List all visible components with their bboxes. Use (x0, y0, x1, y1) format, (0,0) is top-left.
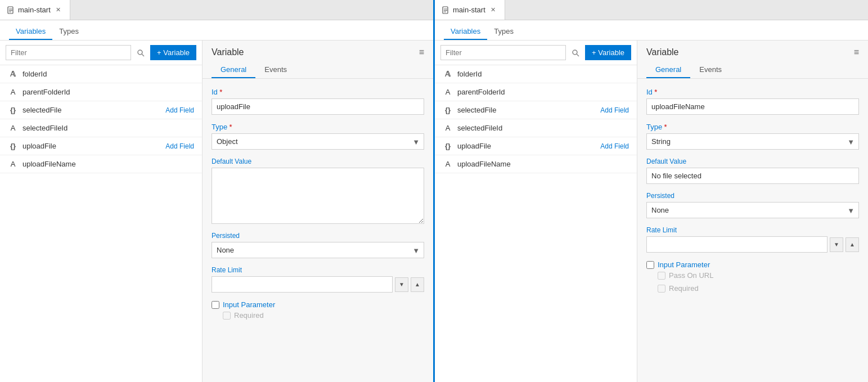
add-field-link[interactable]: Add Field (165, 106, 194, 114)
left-input-param-label: Input Parameter (223, 300, 275, 309)
left-sub-tab-variables[interactable]: Variables (9, 23, 52, 40)
right-sub-tab-types[interactable]: Types (487, 23, 520, 40)
file-icon (7, 6, 15, 14)
right-rate-limit-row: ▼ ▲ (646, 236, 859, 253)
left-persisted-label: Persisted (212, 232, 424, 240)
left-persisted-select[interactable]: None Local Storage Session Storage (212, 242, 424, 258)
left-detail-tab-general[interactable]: General (212, 62, 255, 78)
left-search-icon[interactable] (136, 47, 146, 59)
right-type-field-group: Type * Object String Number Boolean Arra… (646, 123, 859, 150)
svg-line-5 (142, 54, 144, 56)
left-rate-limit-input[interactable] (212, 276, 393, 293)
right-menu-icon[interactable]: ≡ (854, 47, 859, 57)
right-detail-header: Variable ≡ (637, 41, 868, 62)
var-name: folderId (23, 70, 194, 78)
string-icon: A (443, 124, 453, 132)
var-name: parentFolderId (457, 88, 629, 96)
right-main-start-tab[interactable]: main-start ✕ (435, 0, 505, 20)
right-sub-checkboxes: Pass On URL Required (646, 271, 859, 293)
right-pass-on-url-checkbox[interactable] (658, 272, 665, 280)
string-icon: A (443, 160, 453, 168)
left-rate-limit-down[interactable]: ▼ (395, 277, 408, 292)
list-item[interactable]: {} selectedFile Add Field (435, 101, 637, 119)
right-detail-tab-general[interactable]: General (646, 62, 690, 78)
string-icon: A (8, 124, 18, 132)
list-item[interactable]: A selectedFileId (0, 119, 202, 137)
left-input-param-row: Input Parameter (212, 300, 424, 309)
right-filter-input[interactable] (440, 45, 566, 60)
right-add-variable-button[interactable]: + Variable (585, 45, 631, 60)
right-variables-panel: + Variable 𝔸 folderId A parentFolderId (435, 41, 637, 382)
left-type-select-wrapper: Object String Number Boolean Array ▼ (212, 133, 424, 150)
left-type-select[interactable]: Object String Number Boolean Array (212, 133, 424, 150)
right-rate-limit-input[interactable] (646, 236, 827, 253)
left-tab-close[interactable]: ✕ (54, 6, 63, 15)
right-rate-limit-label: Rate Limit (646, 226, 859, 234)
left-type-label: Type * (212, 123, 424, 131)
right-tab-close[interactable]: ✕ (489, 6, 498, 15)
list-item[interactable]: A parentFolderId (435, 83, 637, 101)
svg-line-11 (577, 54, 579, 56)
list-item[interactable]: A selectedFileId (435, 119, 637, 137)
right-search-icon[interactable] (570, 47, 581, 59)
string-icon: A (443, 88, 453, 96)
right-rate-limit-field-group: Rate Limit ▼ ▲ (646, 226, 859, 253)
left-add-variable-button[interactable]: + Variable (150, 45, 196, 60)
left-id-label: Id * (212, 88, 424, 96)
left-required-checkbox[interactable] (223, 312, 231, 320)
list-item[interactable]: A uploadFileName (435, 155, 637, 173)
file-icon (442, 6, 449, 14)
left-sub-tab-types[interactable]: Types (52, 23, 86, 40)
var-name: uploadFileName (457, 160, 629, 168)
right-type-select[interactable]: Object String Number Boolean Array (646, 133, 859, 150)
right-sub-tab-variables[interactable]: Variables (444, 23, 487, 40)
right-pass-on-url-label: Pass On URL (669, 271, 713, 280)
left-default-value-textarea[interactable] (212, 168, 424, 224)
left-detail-tab-events[interactable]: Events (255, 62, 296, 78)
list-item[interactable]: 𝔸 folderId (435, 65, 637, 83)
right-type-select-wrapper: Object String Number Boolean Array ▼ (646, 133, 859, 150)
right-type-label: Type * (646, 123, 859, 131)
left-sub-tabs: Variables Types (0, 20, 433, 41)
left-id-input[interactable] (212, 98, 424, 115)
var-name: selectedFile (23, 106, 161, 114)
right-id-input[interactable] (646, 98, 859, 115)
left-rate-limit-label: Rate Limit (212, 266, 424, 274)
left-menu-icon[interactable]: ≡ (419, 47, 424, 57)
left-persisted-field-group: Persisted None Local Storage Session Sto… (212, 232, 424, 258)
left-filter-input[interactable] (6, 45, 131, 60)
left-required-row: Required (223, 311, 424, 320)
list-item[interactable]: {} selectedFile Add Field (0, 101, 202, 119)
right-tab-bar: main-start ✕ (435, 0, 868, 20)
right-rate-limit-up[interactable]: ▲ (845, 237, 859, 252)
right-detail-tabs: General Events (637, 62, 868, 79)
right-filter-bar: + Variable (435, 41, 637, 65)
add-field-link[interactable]: Add Field (600, 106, 629, 114)
right-rate-limit-down[interactable]: ▼ (830, 237, 843, 252)
right-detail-panel: Variable ≡ General Events Id * (637, 41, 868, 382)
right-default-value-field-group: Default Value (646, 158, 859, 184)
right-input-param-row: Input Parameter (646, 260, 859, 269)
left-id-field-group: Id * (212, 88, 424, 115)
list-item[interactable]: A parentFolderId (0, 83, 202, 101)
left-detail-header: Variable ≡ (203, 41, 433, 62)
add-field-link[interactable]: Add Field (165, 142, 194, 150)
list-item[interactable]: {} uploadFile Add Field (0, 137, 202, 155)
var-name: folderId (457, 70, 629, 78)
right-default-value-input[interactable] (646, 168, 859, 184)
left-main-start-tab[interactable]: main-start ✕ (0, 0, 70, 20)
add-field-link[interactable]: Add Field (600, 142, 629, 150)
right-detail-tab-events[interactable]: Events (690, 62, 731, 78)
right-persisted-select[interactable]: None Local Storage Session Storage (646, 202, 859, 218)
list-item[interactable]: A uploadFileName (0, 155, 202, 173)
left-required-label: Required (234, 311, 264, 320)
list-item[interactable]: 𝔸 folderId (0, 65, 202, 83)
left-rate-limit-up[interactable]: ▲ (411, 277, 424, 292)
right-required-checkbox[interactable] (658, 285, 665, 293)
right-input-param-checkbox[interactable] (646, 261, 654, 269)
left-input-param-checkbox[interactable] (212, 301, 219, 309)
binding-icon: 𝔸 (8, 70, 18, 78)
list-item[interactable]: {} uploadFile Add Field (435, 137, 637, 155)
right-required-row: Required (658, 284, 859, 293)
left-detail-title: Variable (212, 47, 244, 57)
